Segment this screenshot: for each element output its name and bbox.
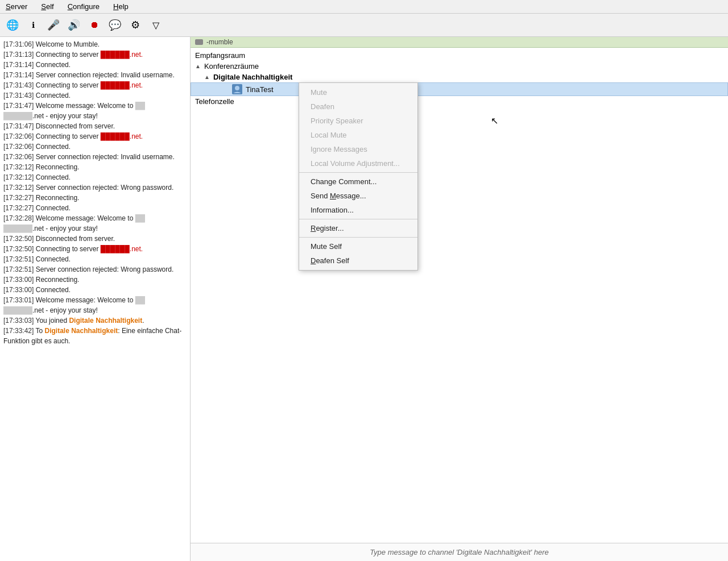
chat-log: [17:31:06] Welcome to Mumble. [17:31:13]… — [0, 37, 191, 561]
info-button[interactable]: ℹ — [24, 16, 42, 34]
server-status-icon — [195, 39, 203, 45]
context-menu: Mute Deafen Priority Speaker Local Mute … — [299, 82, 418, 271]
separator-3 — [299, 237, 417, 238]
ctx-local-mute[interactable]: Local Mute — [299, 128, 417, 142]
menu-server[interactable]: Server — [2, 1, 31, 12]
channel-empfangsraum[interactable]: Empfangsraum — [191, 50, 728, 61]
log-entry: [17:31:43] Connecting to server ██████.n… — [3, 80, 187, 90]
triangle-icon: ▲ — [204, 74, 210, 80]
message-placeholder: Type message to channel 'Digitale Nachha… — [370, 548, 549, 556]
log-entry: [17:31:47] Welcome message: Welcome to █… — [3, 101, 187, 121]
ctx-deafen[interactable]: Deafen — [299, 99, 417, 114]
log-entry: [17:33:00] Reconnecting. — [3, 275, 187, 285]
triangle-icon: ▲ — [195, 63, 201, 69]
channel-telefonzelle[interactable]: Telefonzelle — [191, 96, 728, 107]
ctx-send-message[interactable]: Send Message... — [299, 189, 417, 203]
ctx-mute[interactable]: Mute — [299, 85, 417, 99]
ctx-change-comment[interactable]: Change Comment... — [299, 174, 417, 189]
log-entry: [17:32:27] Connected. — [3, 203, 187, 213]
menu-configure[interactable]: Configure — [64, 1, 103, 12]
toolbar: 🌐 ℹ 🎤 🔊 ⏺ 💬 ⚙ ▽ — [0, 14, 728, 37]
filter-button[interactable]: ▽ — [147, 16, 165, 34]
settings-button[interactable]: ⚙ — [126, 16, 144, 34]
user-name: TinaTest — [246, 85, 274, 94]
log-entry: [17:32:06] Server connection rejected: I… — [3, 152, 187, 162]
log-entry: [17:32:12] Server connection rejected: W… — [3, 182, 187, 193]
channel-label: Empfangsraum — [195, 51, 245, 60]
right-panel: -mumble Empfangsraum ▲ Konferenzräume ▲ … — [191, 37, 728, 561]
message-bar[interactable]: Type message to channel 'Digitale Nachha… — [191, 543, 728, 561]
log-entry: [17:32:12] Reconnecting. — [3, 162, 187, 172]
log-entry: [17:31:06] Welcome to Mumble. — [3, 39, 187, 49]
channel-digitale-nachhaltigkeit[interactable]: ▲ Digitale Nachhaltigkeit — [191, 72, 728, 82]
log-entry: [17:32:27] Reconnecting. — [3, 193, 187, 203]
channel-label: Konferenzräume — [204, 62, 259, 70]
comment-button[interactable]: 💬 — [106, 16, 124, 34]
menu-bar: Server Self Configure Help — [0, 0, 728, 14]
svg-point-1 — [235, 86, 239, 90]
user-avatar — [232, 84, 242, 94]
ctx-ignore-messages[interactable]: Ignore Messages — [299, 142, 417, 156]
channel-label: Digitale Nachhaltigkeit — [213, 73, 292, 81]
log-entry: [17:33:03] You joined Digitale Nachhalti… — [3, 315, 187, 326]
main-area: [17:31:06] Welcome to Mumble. [17:31:13]… — [0, 37, 728, 561]
channel-label: Telefonzelle — [195, 97, 234, 106]
log-entry: [17:33:01] Welcome message: Welcome to █… — [3, 295, 187, 315]
channel-konferenzraume[interactable]: ▲ Konferenzräume — [191, 61, 728, 72]
log-entry: [17:32:28] Welcome message: Welcome to █… — [3, 213, 187, 234]
log-entry: [17:33:42] To Digitale Nachhaltigkeit: E… — [3, 326, 187, 346]
server-name: -mumble — [206, 38, 233, 46]
server-bar[interactable]: -mumble — [191, 37, 728, 48]
log-entry: [17:32:50] Disconnected from server. — [3, 234, 187, 244]
speaker-button[interactable]: 🔊 — [65, 16, 83, 34]
channel-tree: Empfangsraum ▲ Konferenzräume ▲ Digitale… — [191, 48, 728, 543]
log-entry: [17:31:13] Connecting to server ██████.n… — [3, 49, 187, 60]
ctx-local-volume[interactable]: Local Volume Adjustment... — [299, 156, 417, 171]
ctx-information[interactable]: Information... — [299, 203, 417, 217]
separator-2 — [299, 219, 417, 219]
ctx-priority-speaker[interactable]: Priority Speaker — [299, 114, 417, 128]
log-entry: [17:31:43] Connected. — [3, 90, 187, 101]
ctx-mute-self[interactable]: Mute Self — [299, 239, 417, 254]
log-entry: [17:32:12] Connected. — [3, 172, 187, 182]
user-tinatest[interactable]: TinaTest — [191, 82, 728, 96]
log-entry: [17:31:47] Disconnected from server. — [3, 121, 187, 131]
log-entry: [17:32:06] Connecting to server ██████.n… — [3, 131, 187, 142]
menu-help[interactable]: Help — [110, 1, 132, 12]
log-entry: [17:32:50] Connecting to server ██████.n… — [3, 244, 187, 254]
separator-1 — [299, 172, 417, 173]
ctx-register[interactable]: Register... — [299, 221, 417, 235]
log-entry: [17:31:14] Connected. — [3, 60, 187, 70]
record-button[interactable]: ⏺ — [85, 16, 104, 34]
log-entry: [17:33:00] Connected. — [3, 285, 187, 295]
mic-button[interactable]: 🎤 — [44, 16, 63, 34]
connect-button[interactable]: 🌐 — [3, 16, 22, 34]
log-entry: [17:32:06] Connected. — [3, 142, 187, 152]
ctx-deafen-self[interactable]: Deafen Self — [299, 254, 417, 268]
log-entry: [17:32:51] Server connection rejected: W… — [3, 264, 187, 275]
menu-self[interactable]: Self — [38, 1, 57, 12]
log-entry: [17:31:14] Server connection rejected: I… — [3, 70, 187, 80]
log-entry: [17:32:51] Connected. — [3, 254, 187, 264]
